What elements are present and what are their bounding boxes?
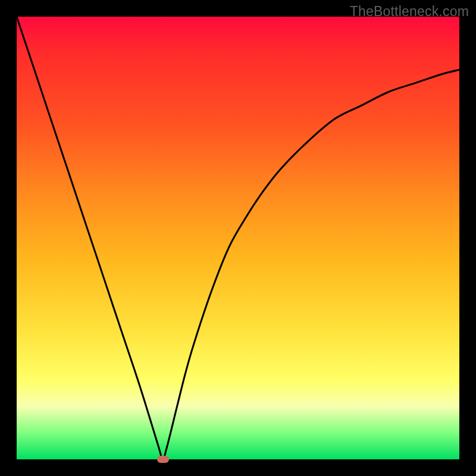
minimum-marker bbox=[157, 456, 169, 463]
curve-svg bbox=[17, 17, 459, 459]
plot-area bbox=[17, 17, 459, 459]
chart-frame: TheBottleneck.com bbox=[0, 0, 476, 476]
bottleneck-curve bbox=[17, 17, 459, 459]
watermark-text: TheBottleneck.com bbox=[350, 4, 469, 20]
